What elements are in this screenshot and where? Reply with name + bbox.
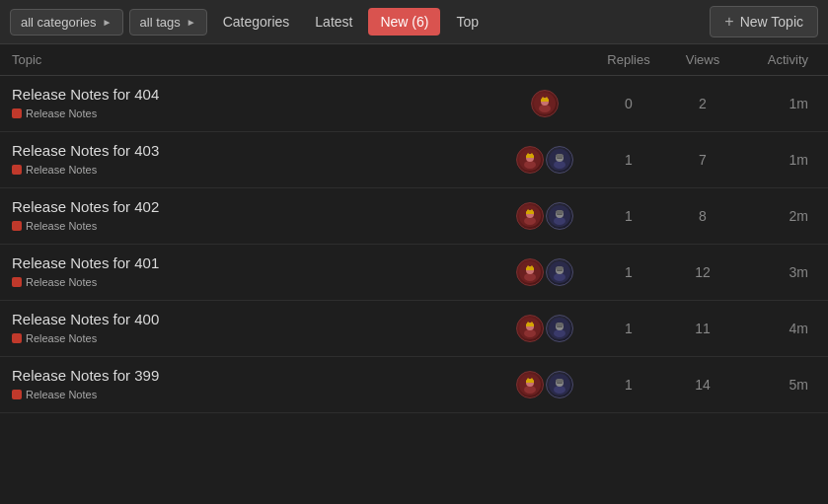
svg-point-41 <box>554 329 565 337</box>
topic-tag: Release Notes <box>12 220 97 232</box>
svg-point-6 <box>524 161 536 169</box>
topic-title: Release Notes for 403 <box>12 142 500 159</box>
topic-views: 2 <box>668 96 737 111</box>
topic-info: Release Notes for 403 Release Notes <box>12 142 500 178</box>
tag-label: Release Notes <box>26 108 97 119</box>
svg-point-31 <box>554 273 565 281</box>
topic-replies: 1 <box>589 152 668 168</box>
categories-link[interactable]: Categories <box>213 8 300 36</box>
topic-replies: 1 <box>589 321 668 336</box>
tag-color-dot <box>12 277 22 287</box>
topic-replies: 1 <box>589 264 668 280</box>
topic-avatars <box>500 202 589 230</box>
topic-activity: 4m <box>737 321 816 336</box>
tag-label: Release Notes <box>26 332 97 344</box>
topic-tag: Release Notes <box>12 332 97 344</box>
svg-rect-29 <box>526 268 534 270</box>
topic-info: Release Notes for 404 Release Notes <box>12 86 500 121</box>
all-categories-dropdown[interactable]: all categories ► <box>10 9 123 36</box>
topic-title: Release Notes for 401 <box>12 254 500 271</box>
avatar <box>546 146 573 174</box>
plus-icon: + <box>724 13 733 31</box>
topic-activity: 3m <box>737 264 816 280</box>
svg-point-46 <box>524 386 536 394</box>
table-header: Topic Replies Views Activity <box>0 44 828 76</box>
avatar <box>531 90 559 117</box>
avatar <box>516 202 544 230</box>
topic-tag: Release Notes <box>12 276 97 288</box>
topic-tag: Release Notes <box>12 389 97 400</box>
avatar <box>546 202 573 230</box>
topic-info: Release Notes for 402 Release Notes <box>12 198 500 234</box>
topic-tag: Release Notes <box>12 108 97 119</box>
topic-views: 7 <box>668 152 737 168</box>
topic-avatars <box>500 258 589 286</box>
topic-info: Release Notes for 400 Release Notes <box>12 311 500 346</box>
topic-views: 14 <box>668 377 737 393</box>
svg-rect-4 <box>541 100 549 102</box>
topic-activity: 5m <box>737 377 816 393</box>
svg-point-14 <box>556 154 564 158</box>
topic-activity: 1m <box>737 152 816 168</box>
topic-title: Release Notes for 404 <box>12 86 500 103</box>
col-header-topic: Topic <box>12 52 500 67</box>
latest-link[interactable]: Latest <box>305 8 362 36</box>
topic-info: Release Notes for 399 Release Notes <box>12 367 500 402</box>
topic-replies: 0 <box>589 96 668 111</box>
table-row[interactable]: Release Notes for 402 Release Notes 1 8 <box>0 188 828 245</box>
svg-point-11 <box>554 161 565 169</box>
svg-rect-49 <box>526 381 534 383</box>
svg-point-51 <box>554 386 565 394</box>
svg-point-36 <box>524 329 536 337</box>
svg-point-24 <box>556 210 564 214</box>
all-categories-label: all categories <box>21 15 97 30</box>
avatar <box>516 315 544 342</box>
table-row[interactable]: Release Notes for 400 Release Notes 1 11 <box>0 301 828 357</box>
topic-activity: 2m <box>737 208 816 224</box>
top-link[interactable]: Top <box>446 8 489 36</box>
topic-list: Release Notes for 404 Release Notes 0 2 … <box>0 76 828 413</box>
all-tags-label: all tags <box>140 15 181 30</box>
avatar <box>516 371 544 398</box>
table-row[interactable]: Release Notes for 399 Release Notes 1 14 <box>0 357 828 413</box>
tag-label: Release Notes <box>26 389 97 400</box>
svg-point-26 <box>524 273 536 281</box>
svg-rect-9 <box>526 156 534 158</box>
avatar <box>546 315 573 342</box>
topic-views: 12 <box>668 264 737 280</box>
table-row[interactable]: Release Notes for 401 Release Notes 1 12 <box>0 245 828 301</box>
tag-color-dot <box>12 165 22 175</box>
top-nav: all categories ► all tags ► Categories L… <box>0 0 828 44</box>
tag-color-dot <box>12 333 22 343</box>
new-link[interactable]: New (6) <box>368 8 440 36</box>
topic-views: 11 <box>668 321 737 336</box>
svg-point-54 <box>556 379 564 383</box>
topic-tag: Release Notes <box>12 164 97 176</box>
topic-title: Release Notes for 402 <box>12 198 500 215</box>
col-header-activity: Activity <box>737 52 816 67</box>
topic-replies: 1 <box>589 377 668 393</box>
topic-avatars <box>500 146 589 174</box>
new-topic-button[interactable]: + New Topic <box>710 6 818 37</box>
svg-point-44 <box>556 323 564 326</box>
svg-point-21 <box>554 217 565 225</box>
topic-avatars <box>500 315 589 342</box>
new-topic-label: New Topic <box>740 14 803 30</box>
topic-avatars <box>500 90 589 117</box>
all-tags-dropdown[interactable]: all tags ► <box>129 9 207 36</box>
tags-arrow-icon: ► <box>187 17 196 28</box>
svg-rect-19 <box>526 212 534 214</box>
table-row[interactable]: Release Notes for 404 Release Notes 0 2 … <box>0 76 828 132</box>
svg-rect-39 <box>526 324 534 326</box>
col-header-views: Views <box>668 52 737 67</box>
avatar <box>546 371 573 398</box>
categories-arrow-icon: ► <box>103 17 113 28</box>
svg-point-16 <box>524 217 536 225</box>
topic-activity: 1m <box>737 96 816 111</box>
topic-replies: 1 <box>589 208 668 224</box>
topic-avatars <box>500 371 589 398</box>
table-row[interactable]: Release Notes for 403 Release Notes 1 7 <box>0 132 828 188</box>
tag-label: Release Notes <box>26 276 97 288</box>
topic-title: Release Notes for 399 <box>12 367 500 384</box>
avatar <box>546 258 573 286</box>
